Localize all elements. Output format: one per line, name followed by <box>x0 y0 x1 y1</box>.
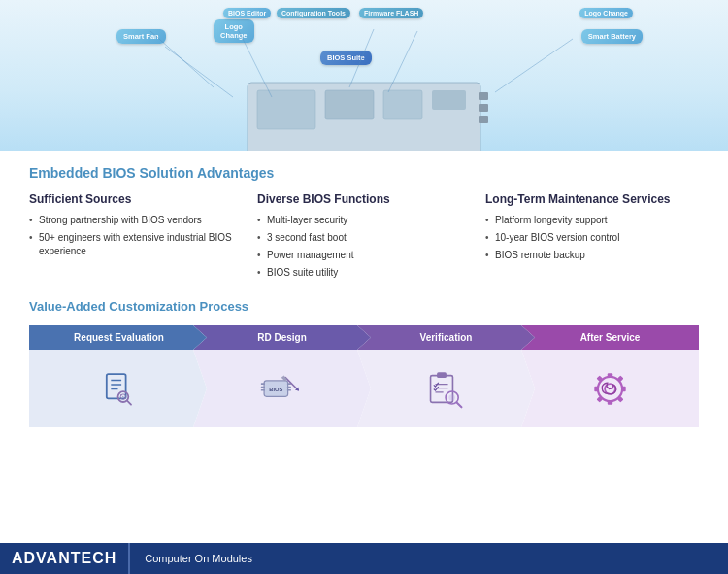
svg-rect-32 <box>261 386 265 388</box>
footer: AD​VANTECH Computer On Modules <box>0 543 728 574</box>
functions-item-2: 3 second fast boot <box>257 231 471 245</box>
svg-line-26 <box>127 400 131 404</box>
svg-line-20 <box>165 47 233 97</box>
svg-line-46 <box>457 402 462 407</box>
col-sources-title: Sufficient Sources <box>29 192 243 206</box>
col-functions-list: Multi-layer security 3 second fast boot … <box>257 214 471 280</box>
col-functions-title: Diverse BIOS Functions <box>257 192 471 206</box>
svg-point-47 <box>448 394 455 401</box>
svg-rect-6 <box>479 104 488 112</box>
logo-change2-bubble: Logo Change <box>579 8 633 18</box>
svg-rect-21 <box>107 374 126 398</box>
request-evaluation-icon <box>96 367 140 411</box>
maintenance-item-2: 10-year BIOS version control <box>485 231 699 245</box>
step4-body <box>521 350 699 427</box>
svg-rect-50 <box>608 373 612 378</box>
after-service-icon <box>588 367 632 411</box>
col-maintenance-title: Long-Term Maintenance Services <box>485 192 699 206</box>
svg-rect-1 <box>257 90 315 129</box>
step4-header: After Service <box>521 325 699 350</box>
maintenance-item-1: Platform longevity support <box>485 214 699 227</box>
bios-suite-bubble: BIOS Suite <box>320 51 372 65</box>
footer-brand: AD​VANTECH <box>0 543 129 574</box>
step-after-service: After Service <box>521 325 699 427</box>
bios-diagram: Smart Fan LogoChange BIOS Editor Configu… <box>0 0 728 151</box>
smart-fan-bubble: Smart Fan <box>116 29 166 44</box>
svg-rect-52 <box>594 386 599 390</box>
process-section: Value-Added Customization Process Reques… <box>29 299 699 427</box>
step3-header: Verification <box>357 325 535 350</box>
footer-subtitle: Computer On Modules <box>130 553 267 564</box>
svg-rect-35 <box>287 386 291 388</box>
verification-icon <box>424 367 468 411</box>
functions-item-4: BIOS suite utility <box>257 266 471 280</box>
config-tools-bubble: Configuration Tools <box>277 8 350 18</box>
svg-rect-53 <box>621 386 626 390</box>
main-content: Embedded BIOS Solution Advantages Suffic… <box>0 151 728 437</box>
advantages-title: Embedded BIOS Solution Advantages <box>29 165 699 181</box>
rd-design-icon: BIOS <box>260 367 304 411</box>
brand-name: AD​VANTECH <box>12 550 116 567</box>
sources-item-2: 50+ engineers with extensive industrial … <box>29 231 243 258</box>
col-bios-functions: Diverse BIOS Functions Multi-layer secur… <box>257 192 485 284</box>
svg-line-19 <box>495 39 573 92</box>
smart-battery-bubble: Smart Battery <box>581 29 643 44</box>
process-title: Value-Added Customization Process <box>29 299 699 314</box>
sources-item-1: Strong partnership with BIOS vendors <box>29 214 243 227</box>
functions-item-1: Multi-layer security <box>257 214 471 227</box>
svg-marker-38 <box>281 376 287 381</box>
svg-rect-31 <box>261 383 265 385</box>
functions-item-3: Power management <box>257 249 471 262</box>
svg-rect-2 <box>325 90 374 119</box>
advantages-grid: Sufficient Sources Strong partnership wi… <box>29 192 699 284</box>
col-sufficient-sources: Sufficient Sources Strong partnership wi… <box>29 192 257 284</box>
step3-body <box>357 350 535 427</box>
process-steps: Request Evaluation <box>29 325 699 427</box>
step2-header: RD Design <box>193 325 371 350</box>
step1-body <box>29 350 207 427</box>
svg-rect-7 <box>479 116 488 123</box>
step-rd-design: RD Design BIOS <box>193 325 371 427</box>
svg-rect-5 <box>479 92 488 100</box>
logo-change-bubble: LogoChange <box>214 19 254 43</box>
step-request-evaluation: Request Evaluation <box>29 325 207 427</box>
firmware-flash-bubble: Firmware FLASH <box>359 8 423 18</box>
svg-rect-36 <box>287 388 291 390</box>
step-verification: Verification <box>357 325 535 427</box>
svg-text:BIOS: BIOS <box>269 387 282 392</box>
step1-header: Request Evaluation <box>29 325 207 350</box>
svg-rect-41 <box>437 372 447 378</box>
col-sources-list: Strong partnership with BIOS vendors 50+… <box>29 214 243 258</box>
svg-rect-33 <box>261 388 265 390</box>
maintenance-item-3: BIOS remote backup <box>485 249 699 262</box>
svg-rect-51 <box>608 400 612 405</box>
bios-editor-bubble: BIOS Editor <box>223 8 271 18</box>
svg-rect-4 <box>432 90 466 110</box>
col-maintenance: Long-Term Maintenance Services Platform … <box>485 192 699 284</box>
step2-body: BIOS <box>193 350 371 427</box>
col-maintenance-list: Platform longevity support 10-year BIOS … <box>485 214 699 262</box>
svg-rect-3 <box>383 90 422 119</box>
